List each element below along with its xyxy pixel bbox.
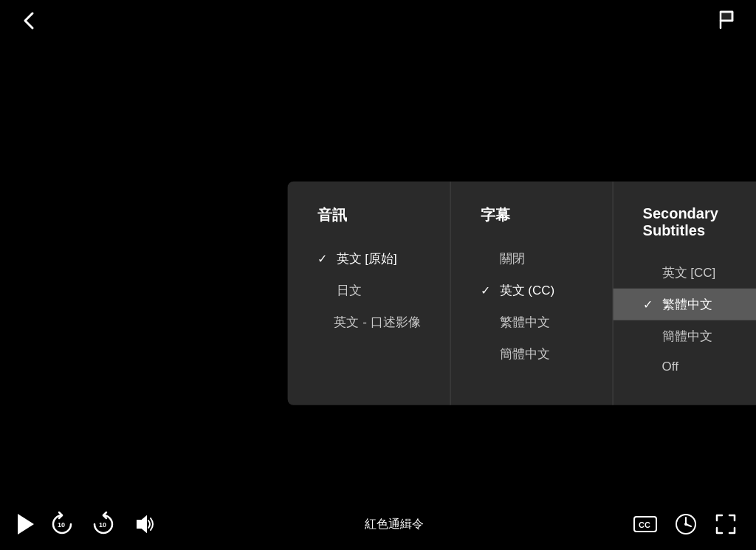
playback-controls: 10 10 bbox=[18, 511, 157, 537]
play-icon bbox=[18, 514, 34, 534]
flag-button[interactable] bbox=[716, 9, 738, 35]
secondary-item-0[interactable]: 英文 [CC] bbox=[643, 256, 756, 288]
settings-menu: 音訊 ✓ 英文 [原始] 日文 英文 - 口述影像 字幕 關閉 ✓ 英文 (CC… bbox=[288, 181, 756, 405]
bottom-controls: 10 10 紅色通緝令 CC bbox=[0, 498, 756, 550]
secondary-title: Secondary Subtitles bbox=[643, 204, 756, 238]
speed-icon bbox=[673, 512, 698, 537]
subtitles-title: 字幕 bbox=[481, 204, 583, 224]
secondary-column: Secondary Subtitles 英文 [CC] ✓ 繁體中文 簡體中文 … bbox=[613, 181, 756, 405]
forward-button[interactable]: 10 bbox=[90, 511, 117, 537]
extra-controls: CC bbox=[632, 511, 738, 537]
volume-button[interactable] bbox=[131, 512, 157, 537]
cc-icon: CC bbox=[632, 511, 659, 537]
check-icon-sec1: ✓ bbox=[643, 297, 656, 311]
audio-item-0[interactable]: ✓ 英文 [原始] bbox=[317, 242, 421, 274]
subtitle-item-2[interactable]: 繁體中文 bbox=[481, 306, 583, 337]
speed-button[interactable] bbox=[673, 512, 698, 537]
audio-title: 音訊 bbox=[317, 204, 421, 224]
back-button[interactable] bbox=[18, 9, 41, 36]
svg-point-11 bbox=[684, 523, 687, 526]
svg-text:CC: CC bbox=[639, 520, 650, 529]
audio-item-2[interactable]: 英文 - 口述影像 bbox=[317, 306, 421, 337]
secondary-item-2[interactable]: 簡體中文 bbox=[643, 320, 756, 351]
video-title: 紅色通緝令 bbox=[157, 517, 632, 532]
subtitles-button[interactable]: CC bbox=[632, 511, 659, 537]
play-button[interactable] bbox=[18, 514, 34, 534]
volume-icon bbox=[131, 512, 157, 537]
fullscreen-icon bbox=[713, 512, 738, 537]
subtitle-item-0[interactable]: 關閉 bbox=[481, 242, 583, 274]
rewind-button[interactable]: 10 bbox=[49, 511, 75, 537]
subtitles-column: 字幕 關閉 ✓ 英文 (CC) 繁體中文 簡體中文 bbox=[450, 181, 613, 405]
subtitle-item-1[interactable]: ✓ 英文 (CC) bbox=[481, 274, 583, 306]
svg-text:10: 10 bbox=[58, 521, 65, 529]
secondary-item-1[interactable]: ✓ 繁體中文 bbox=[614, 288, 756, 320]
secondary-item-3[interactable]: Off bbox=[643, 351, 756, 381]
top-bar bbox=[0, 0, 756, 44]
check-icon-s1: ✓ bbox=[481, 283, 494, 297]
subtitle-item-3[interactable]: 簡體中文 bbox=[481, 337, 583, 369]
forward-icon: 10 bbox=[90, 511, 117, 537]
rewind-icon: 10 bbox=[49, 511, 75, 537]
check-icon-0: ✓ bbox=[317, 251, 331, 265]
audio-item-1[interactable]: 日文 bbox=[317, 274, 421, 306]
svg-marker-5 bbox=[137, 517, 146, 532]
svg-text:10: 10 bbox=[99, 521, 106, 529]
audio-column: 音訊 ✓ 英文 [原始] 日文 英文 - 口述影像 bbox=[288, 181, 450, 405]
fullscreen-button[interactable] bbox=[713, 512, 738, 537]
